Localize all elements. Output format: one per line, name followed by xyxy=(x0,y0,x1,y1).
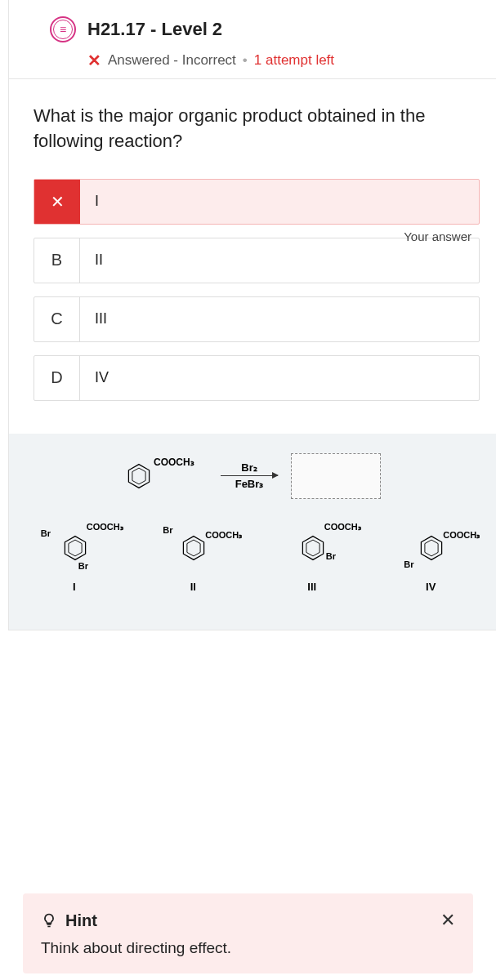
status-text: Answered - Incorrect xyxy=(108,52,236,69)
question-list-icon[interactable]: ≡ xyxy=(50,16,76,42)
svg-marker-1 xyxy=(132,468,145,484)
benzene-ring-icon xyxy=(179,533,208,563)
br-label: Br xyxy=(78,561,88,571)
close-icon[interactable]: ✕ xyxy=(440,910,455,931)
compound-ii: COOCH₃ Br xyxy=(164,523,221,572)
your-answer-label: Your answer xyxy=(404,229,471,243)
hint-body: Think about directing effect. xyxy=(41,939,455,957)
cooch3-label: COOCH₃ xyxy=(87,522,123,532)
lightbulb-icon xyxy=(41,912,57,929)
roman-iii: III xyxy=(307,581,316,593)
option-b[interactable]: B II xyxy=(34,238,480,283)
benzene-ring-icon xyxy=(298,533,328,563)
question-title: H21.17 - Level 2 xyxy=(87,19,222,40)
br-label: Br xyxy=(163,525,172,535)
product-i: COOCH₃ Br Br I xyxy=(46,523,103,593)
options-list: ✕ I B II C III D IV xyxy=(34,179,480,401)
compound-iii: COOCH₃ Br xyxy=(284,523,341,572)
svg-marker-7 xyxy=(306,540,319,556)
status-row: ✕ Answered - Incorrect • 1 attempt left xyxy=(87,51,480,70)
roman-ii: II xyxy=(190,581,196,593)
option-text-b: II xyxy=(80,238,103,283)
products-row: COOCH₃ Br Br I COOCH₃ Br II xyxy=(17,523,488,593)
option-text-d: IV xyxy=(80,356,109,400)
option-letter-c: C xyxy=(34,297,80,341)
product-iv: COOCH₃ Br IV xyxy=(402,523,459,593)
benzene-ring-icon xyxy=(60,533,90,563)
hint-header: Hint ✕ xyxy=(41,910,455,931)
question-header: ≡ H21.17 - Level 2 ✕ Answered - Incorrec… xyxy=(8,0,496,79)
roman-iv: IV xyxy=(426,581,436,593)
hint-title-wrap: Hint xyxy=(41,911,97,930)
reaction-diagram: COOCH₃ Br₂ FeBr₃ COOCH₃ Br Br xyxy=(9,434,496,630)
svg-marker-3 xyxy=(69,540,82,556)
hint-title: Hint xyxy=(65,911,97,930)
roman-i: I xyxy=(73,581,76,593)
product-ii: COOCH₃ Br II xyxy=(164,523,221,593)
starting-material: COOCH₃ xyxy=(124,461,154,491)
option-c[interactable]: C III xyxy=(34,296,480,342)
cooch3-label: COOCH₃ xyxy=(205,530,242,541)
compound-iv: COOCH₃ Br xyxy=(402,523,459,572)
incorrect-icon: ✕ xyxy=(87,51,101,70)
br-label: Br xyxy=(326,551,336,561)
cooch3-label: COOCH₃ xyxy=(324,522,361,532)
option-text-a: I xyxy=(80,180,99,224)
reagent-febr3: FeBr₃ xyxy=(235,478,264,490)
br-label: Br xyxy=(41,528,51,538)
benzene-ring-icon xyxy=(124,461,154,491)
question-text: What is the major organic product obtain… xyxy=(34,104,480,154)
hint-card: Hint ✕ Think about directing effect. xyxy=(23,893,473,973)
reaction-equation: COOCH₃ Br₂ FeBr₃ xyxy=(17,453,488,499)
option-text-c: III xyxy=(80,297,107,341)
reagent-br2: Br₂ xyxy=(241,461,257,474)
option-a[interactable]: ✕ I xyxy=(34,179,480,225)
separator-dot: • xyxy=(243,52,248,69)
option-d[interactable]: D IV xyxy=(34,355,480,401)
svg-marker-9 xyxy=(425,540,438,556)
br-label: Br xyxy=(404,559,413,569)
option-letter-a: ✕ xyxy=(34,180,80,224)
compound-i: COOCH₃ Br Br xyxy=(46,523,103,572)
cooch3-label: COOCH₃ xyxy=(443,530,480,541)
attempts-left: 1 attempt left xyxy=(254,52,334,69)
title-row: ≡ H21.17 - Level 2 xyxy=(50,16,480,42)
product-iii: COOCH₃ Br III xyxy=(284,523,341,593)
substituent-label: COOCH₃ xyxy=(154,457,194,468)
product-placeholder xyxy=(291,453,381,499)
reagents: Br₂ FeBr₃ xyxy=(216,461,283,490)
benzene-ring-icon xyxy=(417,533,446,563)
option-letter-d: D xyxy=(34,356,80,400)
option-letter-b: B xyxy=(34,238,80,283)
reaction-arrow-icon xyxy=(221,475,278,476)
main-content: What is the major organic product obtain… xyxy=(8,79,496,630)
options-wrapper: ✕ I B II C III D IV Your answer xyxy=(34,179,480,401)
svg-marker-5 xyxy=(187,540,200,556)
